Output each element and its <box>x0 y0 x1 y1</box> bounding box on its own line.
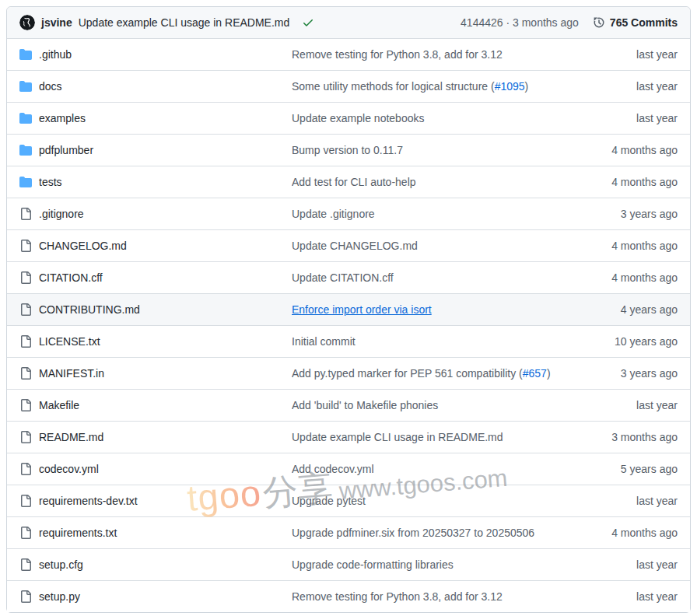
commit-time: 3 years ago <box>561 367 678 380</box>
commit-message-link[interactable]: Upgrade pdfminer.six from 20250327 to 20… <box>292 527 561 539</box>
commit-time: 10 years ago <box>561 335 678 348</box>
file-name-link[interactable]: codecov.yml <box>39 463 99 475</box>
file-name-cell: requirements.txt <box>19 527 292 539</box>
commit-time: last year <box>561 590 678 603</box>
commit-message-cell: Update example notebooks <box>292 112 561 124</box>
commit-message-link[interactable]: Update CHANGELOG.md <box>292 240 561 252</box>
commit-message-cell: Upgrade code-formatting libraries <box>292 558 561 571</box>
file-name-cell: README.md <box>19 431 292 443</box>
table-row[interactable]: CONTRIBUTING.md Enforce import order via… <box>7 293 690 325</box>
table-row[interactable]: setup.cfg Upgrade code-formatting librar… <box>7 548 690 580</box>
issue-link[interactable]: #657 <box>523 367 547 380</box>
commit-message-cell: Update .gitignore <box>292 208 561 220</box>
table-row[interactable]: MANIFEST.in Add py.typed marker for PEP … <box>7 357 690 389</box>
table-row[interactable]: codecov.yml Add codecov.yml 5 years ago <box>7 453 690 485</box>
file-icon <box>19 558 32 571</box>
file-name-link[interactable]: setup.cfg <box>39 558 83 571</box>
file-name-link[interactable]: setup.py <box>39 590 80 603</box>
folder-icon <box>19 48 32 61</box>
file-name-link[interactable]: README.md <box>39 431 103 443</box>
commit-message-link[interactable]: Add 'build' to Makefile phonies <box>292 399 561 411</box>
table-row[interactable]: setup.py Remove testing for Python 3.8, … <box>7 580 690 612</box>
file-icon <box>19 590 32 603</box>
commit-time: 4 months ago <box>561 240 678 252</box>
table-row[interactable]: docs Some utility methods for logical st… <box>7 70 690 102</box>
commit-message-link[interactable]: Add py.typed marker for PEP 561 compatib… <box>292 367 561 380</box>
table-row[interactable]: Makefile Add 'build' to Makefile phonies… <box>7 389 690 421</box>
commit-message-cell: Upgrade pytest <box>292 495 561 507</box>
commit-message-link[interactable]: Update .gitignore <box>292 208 561 220</box>
file-list: .github Remove testing for Python 3.8, a… <box>7 38 690 612</box>
table-row[interactable]: CITATION.cff Update CITATION.cff 4 month… <box>7 261 690 293</box>
commit-message-link[interactable]: Upgrade pytest <box>292 495 561 507</box>
table-row[interactable]: requirements.txt Upgrade pdfminer.six fr… <box>7 516 690 548</box>
commit-message-link[interactable]: Update example notebooks <box>292 112 561 124</box>
commit-message-cell: Update CHANGELOG.md <box>292 240 561 252</box>
table-row[interactable]: requirements-dev.txt Upgrade pytest last… <box>7 485 690 516</box>
commit-header-right: 4144426 · 3 months ago 765 Commits <box>461 16 678 29</box>
commit-time: last year <box>561 112 678 124</box>
commit-time: last year <box>561 399 678 411</box>
table-row[interactable]: CHANGELOG.md Update CHANGELOG.md 4 month… <box>7 229 690 261</box>
commit-time: last year <box>561 80 678 93</box>
commit-message-cell: Remove testing for Python 3.8, add for 3… <box>292 590 561 603</box>
file-name-link[interactable]: CITATION.cff <box>39 271 103 284</box>
commit-message-link[interactable]: Remove testing for Python 3.8, add for 3… <box>292 48 561 61</box>
commit-author[interactable]: jsvine <box>41 16 72 29</box>
file-name-cell: docs <box>19 80 292 93</box>
file-name-cell: tests <box>19 176 292 188</box>
commit-message-cell: Add codecov.yml <box>292 463 561 475</box>
commit-message-link[interactable]: Upgrade code-formatting libraries <box>292 558 561 571</box>
check-icon[interactable] <box>302 16 314 29</box>
file-name-link[interactable]: CONTRIBUTING.md <box>39 303 140 316</box>
file-name-link[interactable]: .gitignore <box>39 208 84 220</box>
commit-message-link[interactable]: Initial commit <box>292 335 561 348</box>
table-row[interactable]: LICENSE.txt Initial commit 10 years ago <box>7 325 690 357</box>
issue-link[interactable]: Enforce import order via isort <box>292 303 432 316</box>
commit-history-link[interactable]: 765 Commits <box>593 16 678 29</box>
commit-time: 5 years ago <box>561 463 678 475</box>
file-name-link[interactable]: docs <box>39 80 62 93</box>
commit-message-link[interactable]: Bump version to 0.11.7 <box>292 144 561 156</box>
table-row[interactable]: .gitignore Update .gitignore 3 years ago <box>7 198 690 229</box>
table-row[interactable]: pdfplumber Bump version to 0.11.7 4 mont… <box>7 134 690 166</box>
table-row[interactable]: examples Update example notebooks last y… <box>7 102 690 134</box>
commit-message-link[interactable]: Enforce import order via isort <box>292 303 561 316</box>
file-name-link[interactable]: MANIFEST.in <box>39 367 104 380</box>
latest-commit-bar: jsvine Update example CLI usage in READM… <box>7 7 690 38</box>
folder-icon <box>19 144 32 156</box>
commit-message-cell: Update example CLI usage in README.md <box>292 431 561 443</box>
file-name-link[interactable]: examples <box>39 112 86 124</box>
commit-message-link[interactable]: Some utility methods for logical structu… <box>292 80 561 93</box>
issue-link[interactable]: #1095 <box>495 80 525 93</box>
commit-message-link[interactable]: Add codecov.yml <box>292 463 561 475</box>
commit-time: 4 years ago <box>561 303 678 316</box>
commit-message-cell: Some utility methods for logical structu… <box>292 80 561 93</box>
commit-message-cell: Add py.typed marker for PEP 561 compatib… <box>292 367 561 380</box>
table-row[interactable]: README.md Update example CLI usage in RE… <box>7 421 690 453</box>
file-name-cell: .github <box>19 48 292 61</box>
avatar[interactable] <box>19 15 35 30</box>
file-name-link[interactable]: pdfplumber <box>39 144 93 156</box>
folder-icon <box>19 80 32 93</box>
commit-message-cell: Bump version to 0.11.7 <box>292 144 561 156</box>
commit-message-cell: Initial commit <box>292 335 561 348</box>
commit-message-link[interactable]: Remove testing for Python 3.8, add for 3… <box>292 590 561 603</box>
file-name-link[interactable]: requirements-dev.txt <box>39 495 138 507</box>
commit-message-link[interactable]: Update example CLI usage in README.md <box>292 431 561 443</box>
file-name-link[interactable]: CHANGELOG.md <box>39 240 127 252</box>
table-row[interactable]: tests Add test for CLI auto-help 4 month… <box>7 166 690 198</box>
file-name-link[interactable]: requirements.txt <box>39 527 117 539</box>
table-row[interactable]: .github Remove testing for Python 3.8, a… <box>7 38 690 70</box>
latest-commit-message[interactable]: Update example CLI usage in README.md <box>79 16 290 29</box>
file-name-link[interactable]: LICENSE.txt <box>39 335 100 348</box>
commit-message-link[interactable]: Update CITATION.cff <box>292 271 561 284</box>
commit-message-link[interactable]: Add test for CLI auto-help <box>292 176 561 188</box>
file-icon <box>19 335 32 348</box>
file-name-cell: pdfplumber <box>19 144 292 156</box>
commit-time: 4 months ago <box>561 527 678 539</box>
commit-hash-and-time[interactable]: 4144426 · 3 months ago <box>461 16 579 29</box>
file-name-link[interactable]: Makefile <box>39 399 79 411</box>
file-name-link[interactable]: .github <box>39 48 72 61</box>
file-name-link[interactable]: tests <box>39 176 62 188</box>
